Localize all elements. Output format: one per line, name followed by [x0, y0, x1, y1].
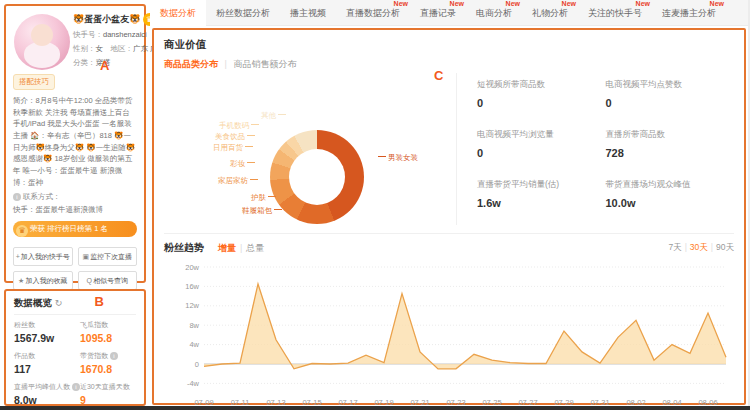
overview-stats: 粉丝数1567.9w飞瓜指数1095.8作品数117带货指数 i1670.8直播…	[14, 320, 136, 406]
fans-trend-chart[interactable]: 20w16w12w8w4w0-4w07-0907-1107-1307-1507-…	[164, 259, 734, 409]
pie-label: 护肤	[251, 193, 278, 203]
fans-trend-title: 粉丝趋势	[164, 241, 204, 255]
fans-trend-section: 粉丝趋势 增量 | 总量 7天|30天|90天 20w16w12w8w4w0-4…	[164, 233, 734, 409]
pie-label: 日用百货	[213, 143, 255, 153]
data-overview-card: 数据概览 ↻ B 粉丝数1567.9w飞瓜指数1095.8作品数117带货指数 …	[4, 289, 146, 406]
info-icon: i	[13, 193, 21, 201]
overview-stat-3: 带货指数 i1670.8	[80, 351, 136, 375]
tab-7[interactable]: 关注的快手号New	[578, 0, 652, 26]
star-icon: ★	[18, 277, 24, 284]
axis-tick-label: -4w	[187, 379, 200, 388]
avatar[interactable]	[14, 14, 70, 70]
range-7天[interactable]: 7天	[668, 242, 681, 252]
streamer-name: 🐯蛋蛋小盆友🐯 ♛	[73, 13, 137, 26]
tab-5[interactable]: 电商分析New	[466, 0, 522, 26]
biz-stat-4: 直播带货平均销量(估)1.6w	[477, 179, 606, 225]
gender-region: 性别：女 地区：广东 广州市	[73, 44, 137, 54]
profile-action-1[interactable]: ▣监控下次直播	[78, 247, 138, 266]
fans-mode-increment[interactable]: 增量	[218, 242, 236, 255]
contact-value: 快手：蛋蛋最牛逼新浪微博	[13, 205, 137, 215]
profile-action-2[interactable]: ★加入我的收藏	[13, 271, 73, 290]
area-fill	[204, 284, 726, 369]
overview-stat-4: 直播平均峰值人数 i8.0w	[14, 382, 80, 406]
subtab-sales-distribution[interactable]: 商品销售额分布	[233, 59, 296, 69]
tab-3[interactable]: 直播数据分析New	[336, 0, 410, 26]
tab-4[interactable]: 直播记录New	[410, 0, 466, 26]
overview-stat-0: 粉丝数1567.9w	[14, 320, 80, 344]
pie-label: 美食饮品	[215, 132, 257, 142]
subtab-separator: |	[225, 59, 227, 69]
tab-0[interactable]: 数据分析	[150, 0, 206, 26]
new-badge: New	[394, 0, 408, 8]
range-separator: |	[685, 242, 687, 252]
annotation-a: A	[100, 58, 109, 73]
profile-action-0[interactable]: +加入我的快手号	[13, 247, 73, 266]
donut-hole	[289, 149, 345, 205]
annotation-b: B	[95, 294, 104, 309]
main-panel: 商业价值 C 商品品类分布 | 商品销售额分布 男装女装 鞋履箱包 护肤 家居家…	[152, 28, 746, 405]
axis-tick-label: 12w	[185, 301, 199, 310]
pie-label: 男装女装	[376, 153, 418, 163]
axis-tick-label: 20w	[185, 263, 199, 272]
new-badge: New	[562, 0, 576, 8]
overview-stat-2: 作品数117	[14, 351, 80, 375]
biz-stat-0: 短视频所带商品数0	[477, 79, 606, 125]
annotation-c: C	[434, 68, 443, 83]
data-overview-title: 数据概览 ↻ B	[14, 297, 136, 315]
biz-stats-grid: 短视频所带商品数0电商视频平均点赞数0电商视频平均浏览量0直播所带商品数728直…	[456, 73, 734, 225]
biz-stat-1: 电商视频平均点赞数0	[606, 79, 735, 125]
tab-8[interactable]: 连麦播主分析New	[652, 0, 726, 26]
pie-label: 其他	[261, 111, 288, 121]
monitor-icon: ▣	[82, 253, 89, 260]
new-badge: New	[450, 0, 464, 8]
range-separator: |	[711, 242, 713, 252]
top-tabbar: 数据分析粉丝数据分析播主视频直播数据分析New直播记录New电商分析New礼物分…	[150, 0, 750, 26]
rank-badge[interactable]: ♛荣获 排行榜日榜第 1 名	[13, 221, 137, 237]
profile-intro: 简介：8月8号中午12:00 全品类带货 秋季新款 关注我 每场直播送上百台手机…	[13, 95, 137, 188]
axis-tick-label: 8w	[189, 321, 199, 330]
category-donut-chart: 男装女装 鞋履箱包 护肤 家居家纺 彩妆 日用百货 美食饮品 手机数码 其他	[164, 73, 456, 225]
profile-action-3[interactable]: Q相似号查询	[78, 271, 138, 290]
pie-label: 鞋履箱包	[242, 206, 284, 216]
range-90天[interactable]: 90天	[716, 242, 734, 252]
fans-mode-total[interactable]: 总量	[246, 242, 264, 255]
plus-icon: +	[16, 253, 20, 260]
biz-stat-2: 电商视频平均浏览量0	[477, 129, 606, 175]
pie-label: 手机数码	[219, 121, 261, 131]
axis-tick-label: 16w	[185, 282, 199, 291]
biz-value-title: 商业价值	[164, 38, 734, 52]
new-badge: New	[636, 0, 650, 8]
new-badge: New	[506, 0, 520, 8]
biz-stat-5: 带货直播场均观众峰值10.0w	[606, 179, 735, 225]
profile-card: 🐯蛋蛋小盆友🐯 ♛ 快手号：danshenzaici 性别：女 地区：广东 广州…	[4, 4, 146, 283]
range-30天[interactable]: 30天	[690, 242, 708, 252]
biz-stat-3: 直播所带商品数728	[606, 129, 735, 175]
refresh-icon[interactable]: ↻	[55, 298, 63, 308]
range-selector: 7天|30天|90天	[668, 242, 734, 254]
new-badge: New	[710, 0, 724, 8]
tab-2[interactable]: 播主视频	[280, 0, 336, 26]
trophy-icon: ♛	[16, 225, 28, 237]
kuaishou-id: 快手号：danshenzaici	[73, 30, 137, 40]
search-icon: Q	[87, 277, 92, 284]
info-icon: i	[72, 383, 80, 391]
subtab-category-distribution[interactable]: 商品品类分布	[164, 59, 218, 69]
fans-mode-separator: |	[240, 243, 242, 253]
axis-tick-label: 4w	[189, 340, 199, 349]
pie-label: 家居家纺	[218, 176, 260, 186]
tab-1[interactable]: 粉丝数据分析	[206, 0, 280, 26]
tip-tag[interactable]: 搭配技巧	[13, 74, 55, 90]
axis-tick-label: 0	[195, 360, 199, 369]
pie-label: 彩妆	[230, 159, 257, 169]
window-bottom-edge	[0, 406, 750, 410]
tab-6[interactable]: 礼物分析New	[522, 0, 578, 26]
info-icon: i	[110, 352, 118, 360]
overview-stat-1: 飞瓜指数1095.8	[80, 320, 136, 344]
overview-stat-5: 近30天直播天数9	[80, 382, 136, 406]
contact-label: i 联系方式：	[13, 192, 137, 202]
